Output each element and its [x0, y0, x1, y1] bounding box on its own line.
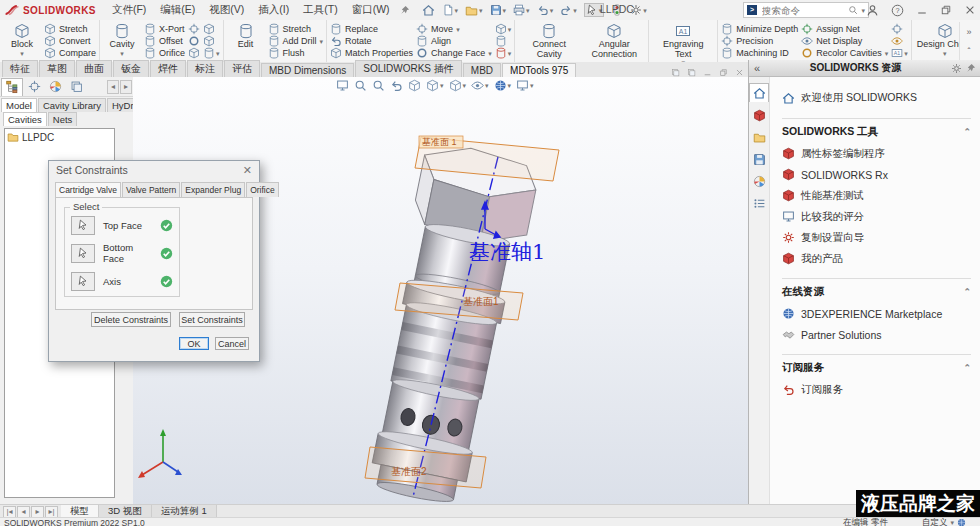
cancel-button[interactable]: Cancel: [215, 337, 249, 350]
minimize-button[interactable]: [916, 4, 928, 16]
ok-button[interactable]: OK: [179, 337, 209, 350]
tab-annotations[interactable]: 标注: [187, 60, 223, 77]
flush-button[interactable]: Flush: [268, 47, 324, 59]
zoom-to-area-button[interactable]: [354, 79, 367, 92]
caret-icon[interactable]: ▾: [861, 7, 865, 14]
last-tab-button[interactable]: ▸|: [45, 506, 58, 518]
change-face-button[interactable]: Change Face▾: [416, 47, 492, 59]
scroll-left-button[interactable]: ◂: [107, 80, 119, 94]
stretch-cavity-button[interactable]: Stretch: [268, 23, 324, 35]
move-button[interactable]: Move▾: [416, 23, 492, 35]
welcome-link[interactable]: 欢迎使用 SOLIDWORKS: [782, 87, 971, 109]
offset-button[interactable]: Offset: [144, 35, 185, 47]
doc-minimize-button[interactable]: [703, 68, 712, 77]
section-view-button[interactable]: [408, 79, 421, 92]
tool-my-products[interactable]: 我的产品: [782, 248, 971, 269]
menu-file[interactable]: 文件(F): [112, 3, 146, 17]
cavity-tool-button[interactable]: [188, 47, 200, 59]
restore-button[interactable]: [940, 4, 952, 16]
machining-tool-button[interactable]: [891, 35, 908, 47]
configuration-manager-tab[interactable]: [45, 78, 65, 95]
hide-show-items-button[interactable]: ▾: [471, 79, 489, 92]
replace-button[interactable]: Replace: [330, 23, 413, 35]
align-button[interactable]: Align: [416, 35, 492, 47]
angular-connection-button[interactable]: Angular Connection: [583, 21, 645, 61]
tool-performance-benchmark[interactable]: 性能基准测试: [782, 185, 971, 206]
tab-weldments[interactable]: 焊件: [150, 60, 186, 77]
block-button[interactable]: Block▾: [3, 21, 41, 61]
tab-orifice[interactable]: Orifice: [246, 182, 279, 197]
dialog-title-bar[interactable]: Set Constraints ✕: [49, 161, 259, 179]
tree-item-llpdc[interactable]: LLPDC: [7, 131, 112, 143]
select-axis-button[interactable]: [71, 272, 95, 291]
new-document-button[interactable]: ▾: [442, 4, 459, 16]
doc-restore-button[interactable]: [719, 68, 728, 77]
assign-net-button[interactable]: Assign Net: [801, 23, 888, 35]
zoom-in-out-button[interactable]: [372, 79, 385, 92]
menu-view[interactable]: 视图(V): [209, 3, 244, 17]
resources-tab[interactable]: [749, 83, 769, 102]
open-button[interactable]: ▾: [465, 4, 483, 17]
cavity-tool-button[interactable]: [188, 23, 200, 35]
ribbon-overflow-button[interactable]: »: [966, 27, 971, 37]
orifice-button[interactable]: Orifice: [144, 47, 185, 59]
command-search[interactable]: > ▾: [743, 2, 869, 18]
machining-id-button[interactable]: Machining ID: [721, 47, 798, 59]
pin-icon[interactable]: [400, 5, 410, 15]
ribbon-collapse-button[interactable]: ˆ: [968, 46, 971, 56]
search-icon[interactable]: [848, 5, 858, 15]
convert-button[interactable]: Convert: [44, 35, 96, 47]
prev-tab-button[interactable]: ◂: [17, 506, 30, 518]
feature-tree-tab[interactable]: [1, 78, 23, 96]
design-library-tab[interactable]: [750, 106, 768, 124]
link-3dexperience-marketplace[interactable]: 3DEXPERIENCE Marketplace: [782, 303, 971, 324]
x-port-button[interactable]: X-Port: [144, 23, 185, 35]
delete-cavity-button[interactable]: ▾: [495, 47, 512, 59]
tool-solidworks-rx[interactable]: SOLIDWORKS Rx: [782, 164, 971, 185]
match-properties-button[interactable]: Match Properties: [330, 47, 413, 59]
engraving-text-button[interactable]: Engraving Text▾: [652, 21, 714, 61]
tab-features[interactable]: 特征: [2, 60, 38, 77]
tool-property-tab-builder[interactable]: 属性标签编制程序: [782, 143, 971, 164]
menu-insert[interactable]: 插入(I): [258, 3, 289, 17]
scroll-right-button[interactable]: ▸: [120, 80, 132, 94]
machining-tool-button[interactable]: ▾: [891, 47, 908, 59]
tab-model[interactable]: Model: [1, 98, 37, 112]
zoom-to-fit-button[interactable]: [336, 79, 349, 92]
collapse-section-button[interactable]: ⌃: [963, 127, 971, 137]
modify-tool-button[interactable]: ▾: [495, 23, 512, 35]
stretch-button[interactable]: Stretch: [44, 23, 96, 35]
save-button[interactable]: ▾: [490, 4, 507, 16]
cavity-tool-button[interactable]: [203, 35, 220, 47]
tab-cartridge-valve[interactable]: Cartridge Valve: [55, 182, 121, 198]
doc-icon[interactable]: [687, 68, 696, 77]
tab-cavities[interactable]: Cavities: [3, 112, 47, 126]
display-style-button[interactable]: ▾: [449, 79, 467, 92]
tool-copy-settings-wizard[interactable]: 复制设置向导: [782, 227, 971, 248]
modify-tool-button[interactable]: [495, 35, 512, 47]
link-subscription-services[interactable]: 订阅服务: [782, 379, 971, 400]
appearances-tab[interactable]: [750, 172, 768, 190]
machining-tool-button[interactable]: [891, 23, 908, 35]
select-top-face-button[interactable]: [71, 216, 95, 235]
cavity-tool-button[interactable]: ▾: [203, 47, 220, 59]
tab-mdtools-975[interactable]: MDTools 975: [502, 63, 576, 77]
net-display-button[interactable]: Net Display: [801, 35, 888, 47]
delete-constraints-button[interactable]: Delete Constraints: [91, 312, 171, 327]
undo-button[interactable]: ▾: [537, 4, 554, 16]
add-drill-button[interactable]: Add Drill▾: [268, 35, 324, 47]
property-manager-tab[interactable]: [24, 78, 44, 95]
first-tab-button[interactable]: |◂: [3, 506, 16, 518]
edit-button[interactable]: Edit: [227, 21, 265, 61]
dialog-close-icon[interactable]: ✕: [243, 164, 252, 177]
menu-window[interactable]: 窗口(W): [352, 3, 390, 17]
edit-appearance-button[interactable]: ▾: [494, 79, 512, 92]
cavity-button[interactable]: Cavity▾: [103, 21, 141, 61]
print-button[interactable]: ▾: [513, 4, 530, 16]
customize-menu[interactable]: 自定义 ▾: [922, 517, 966, 526]
close-button[interactable]: [964, 4, 976, 16]
cavity-tool-button[interactable]: [188, 35, 200, 47]
gear-icon[interactable]: [951, 63, 962, 74]
tab-sketch[interactable]: 草图: [39, 60, 75, 77]
tab-valve-pattern[interactable]: Valve Pattern: [122, 182, 180, 197]
